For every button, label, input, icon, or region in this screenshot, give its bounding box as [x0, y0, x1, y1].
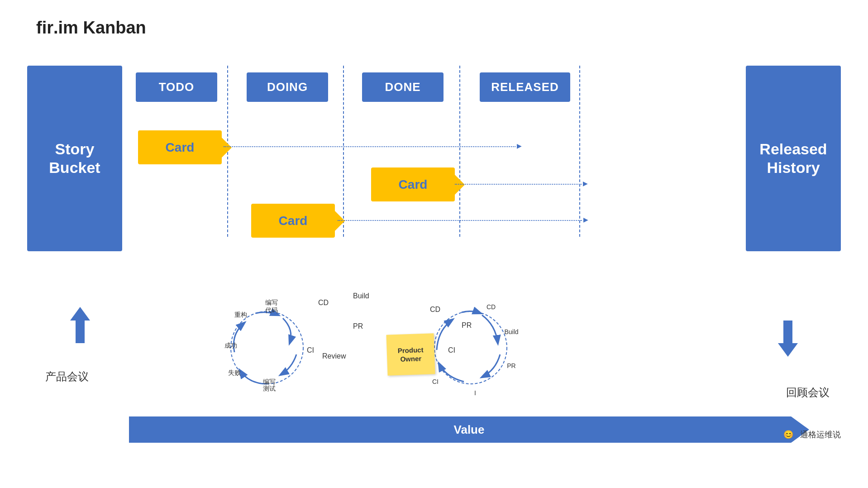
svg-text:代码: 代码 [265, 306, 278, 314]
cycle-left-pr-label: PR [353, 322, 363, 330]
watermark-text: 通格运维说 [800, 429, 841, 440]
svg-text:PR: PR [507, 362, 515, 369]
cycle-right-ci-label: CI [448, 346, 455, 354]
title-kanban: Kanban [78, 18, 146, 37]
cycle-left-build-label: Build [353, 292, 369, 300]
watermark-icon: 😊 [780, 426, 796, 443]
svg-text:CI: CI [432, 378, 439, 385]
arrow-up-stem [76, 321, 85, 343]
svg-text:编写: 编写 [265, 299, 278, 306]
kanban-card-3[interactable]: Card [251, 204, 335, 238]
column-header-doing: DOING [247, 72, 328, 102]
page-title: fir.im Kanban [36, 18, 146, 38]
svg-text:Build: Build [504, 328, 518, 335]
kanban-card-2[interactable]: Card [371, 167, 455, 201]
watermark: 😊 通格运维说 [780, 426, 841, 443]
svg-text:成功: 成功 [224, 342, 237, 349]
arrow-down-head [778, 343, 798, 357]
story-bucket: StoryBucket [27, 66, 122, 251]
cycle-left-cd-label: CD [318, 299, 329, 307]
product-meeting-label: 产品会议 [45, 369, 89, 384]
value-arrow-bar: Value [129, 416, 809, 443]
column-header-released: RELEASED [480, 72, 570, 102]
column-header-done: DONE [362, 72, 444, 102]
svg-text:失败: 失败 [228, 369, 241, 376]
kanban-card-1[interactable]: Card [138, 130, 222, 164]
progress-arrow-2 [455, 184, 582, 185]
progress-arrow-1 [224, 146, 515, 147]
svg-text:重构: 重构 [234, 311, 247, 318]
cycle-diagram-left: 编写 代码 编写 测试 失败 成功 重构 [213, 293, 321, 402]
review-meeting-label: 回顾会议 [786, 385, 830, 400]
review-meeting-arrow [778, 321, 798, 357]
released-history: ReleasedHistory [746, 66, 841, 251]
svg-text:CD: CD [486, 303, 496, 311]
arrow-up-head [70, 307, 90, 321]
cycle-left-ci-label: CI [307, 346, 314, 354]
divider-line-3 [459, 66, 460, 237]
arrow-down-stem [783, 321, 792, 343]
svg-text:I: I [474, 389, 476, 397]
product-meeting-arrow [70, 307, 90, 343]
svg-text:测试: 测试 [263, 385, 276, 392]
cycle-right-pr-label: PR [462, 321, 472, 330]
title-fir: fir [36, 18, 53, 38]
svg-text:编写: 编写 [263, 378, 276, 385]
title-dot: .im [53, 18, 78, 37]
divider-line-4 [579, 66, 580, 237]
progress-arrow-3 [338, 220, 582, 221]
product-owner-note: Product Owner [386, 333, 435, 376]
cycle-left-review-label: Review [322, 352, 346, 360]
cycle-right-cd-label: CD [430, 306, 440, 314]
column-header-todo: TODO [136, 72, 217, 102]
